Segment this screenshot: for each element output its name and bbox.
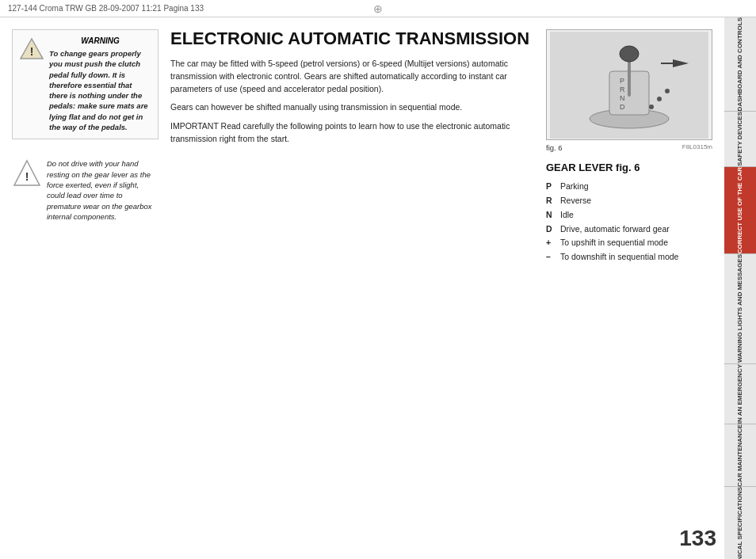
sidebar-section-label-emergency: IN AN EMERGENCY [736, 364, 744, 424]
left-column: ! WARNING To change gears properly you m… [12, 29, 170, 547]
gear-list-item: NIdle [546, 208, 712, 222]
svg-text:!: ! [25, 170, 29, 183]
section-title: ELECTRONIC AUTOMATIC TRANSMISSION [170, 29, 534, 48]
gear-description: Idle [560, 208, 574, 222]
right-column: P R N D fig. 6 F8L0315m GEAR LEVE [546, 29, 712, 547]
gear-description: Parking [560, 180, 589, 194]
gear-lever-title: GEAR LEVER fig. 6 [546, 162, 712, 173]
section-para1: The car may be fitted with 5-speed (petr… [170, 58, 534, 95]
gear-description: Reverse [560, 194, 591, 208]
sidebar-section-label-maintenance: CAR MAINTENANCE [736, 424, 744, 487]
middle-column: ELECTRONIC AUTOMATIC TRANSMISSION The ca… [170, 29, 546, 547]
gear-letter: + [546, 236, 556, 250]
sidebar-section-correct-use[interactable]: CORRECT USE OF THE CAR [724, 167, 756, 254]
header-text: 127-144 Croma TRW GB 28-09-2007 11:21 Pa… [8, 4, 204, 13]
section-para2: Gears can however be shifted manually us… [170, 101, 534, 114]
warning-text: To change gears properly you must push t… [49, 48, 151, 132]
gear-description: Drive, automatic forward gear [560, 222, 670, 237]
sidebar-section-dashboard[interactable]: DASHBOARD AND CONTROLS [724, 17, 756, 112]
right-sidebar: DASHBOARD AND CONTROLSSAFETY DEVICESCORR… [724, 17, 756, 559]
sidebar-section-warning[interactable]: WARNING LIGHTS AND MESSAGES [724, 254, 756, 363]
svg-point-16 [657, 97, 662, 101]
warning-box: ! WARNING To change gears properly you m… [12, 29, 158, 139]
gear-list-item: RReverse [546, 194, 712, 208]
sidebar-section-label-technical: TECHNICAL SPECIFICATIONS [736, 487, 744, 559]
gear-letter: D [546, 222, 556, 237]
gear-list-item: –To downshift in sequential mode [546, 250, 712, 264]
gear-letter: R [546, 194, 556, 208]
sidebar-section-safety[interactable]: SAFETY DEVICES [724, 112, 756, 167]
sidebar-section-emergency[interactable]: IN AN EMERGENCY [724, 364, 756, 424]
sidebar-section-label-warning: WARNING LIGHTS AND MESSAGES [736, 254, 744, 363]
gear-list-item: DDrive, automatic forward gear [546, 222, 712, 237]
warning-content: WARNING To change gears properly you mus… [49, 36, 151, 132]
gear-letter: N [546, 208, 556, 222]
sidebar-section-label-dashboard: DASHBOARD AND CONTROLS [736, 17, 744, 111]
gear-list: PParkingRReverseNIdleDDrive, automatic f… [546, 180, 712, 264]
gear-description: To downshift in sequential mode [560, 250, 678, 264]
gear-list-item: +To upshift in sequential mode [546, 236, 712, 250]
sidebar-section-label-correct-use: CORRECT USE OF THE CAR [736, 167, 744, 253]
caution-triangle-icon: ! [12, 158, 42, 222]
gear-description: To upshift in sequential mode [560, 236, 668, 250]
gear-figure: P R N D [546, 29, 712, 140]
svg-text:P: P [620, 77, 624, 85]
svg-point-15 [649, 105, 654, 109]
main-content: ! WARNING To change gears properly you m… [0, 17, 724, 559]
gear-letter: – [546, 250, 556, 264]
sidebar-section-technical[interactable]: TECHNICAL SPECIFICATIONS [724, 487, 756, 559]
header-bar: 127-144 Croma TRW GB 28-09-2007 11:21 Pa… [0, 0, 756, 17]
crosshair-icon: ⊕ [373, 2, 383, 15]
warning-title: WARNING [49, 36, 151, 45]
gear-lever-svg: P R N D [550, 32, 708, 139]
sidebar-section-label-safety: SAFETY DEVICES [736, 112, 744, 166]
figure-caption: fig. 6 F8L0315m [546, 143, 712, 152]
sidebar-section-maintenance[interactable]: CAR MAINTENANCE [724, 424, 756, 488]
gear-list-item: PParking [546, 180, 712, 194]
svg-text:!: ! [30, 45, 34, 58]
figure-code: F8L0315m [682, 143, 712, 150]
warning-triangle-icon: ! [19, 36, 44, 132]
section-para3: IMPORTANT Read carefully the following p… [170, 120, 534, 146]
svg-point-17 [665, 89, 670, 93]
gear-letter: P [546, 180, 556, 194]
svg-text:D: D [620, 103, 625, 111]
caution-box: ! Do not drive with your hand resting on… [12, 155, 158, 225]
caution-text: Do not drive with your hand resting on t… [47, 158, 158, 222]
svg-text:R: R [620, 86, 625, 93]
svg-text:N: N [620, 94, 625, 102]
svg-point-12 [620, 46, 639, 62]
